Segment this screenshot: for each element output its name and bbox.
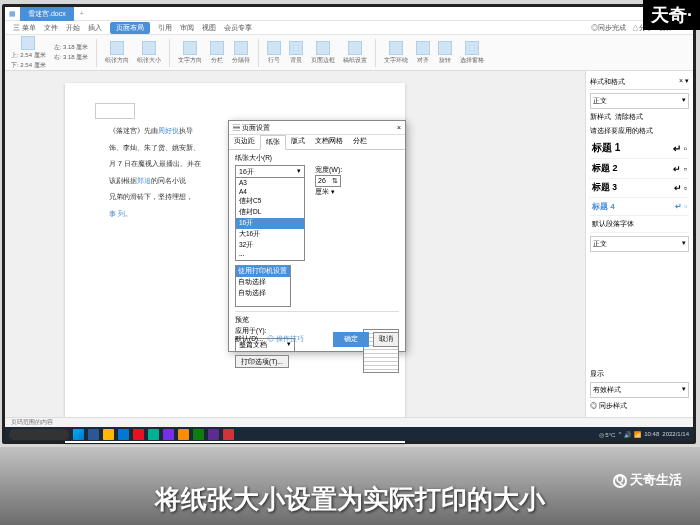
menu-button[interactable]: 三 菜单 [13, 23, 36, 33]
manuscript-button[interactable]: 稿纸设置 [343, 41, 367, 65]
dlg-tab-grid[interactable]: 文档网格 [310, 135, 348, 149]
style-heading-3[interactable]: 标题 3↵ ▫ [590, 179, 689, 198]
document-tab[interactable]: 雪迷宫.docx [20, 7, 74, 21]
line-numbers-button[interactable]: 行号 [267, 41, 281, 65]
taskbar-search[interactable] [9, 429, 69, 440]
new-tab-button[interactable]: + [80, 10, 84, 17]
smart-tag-icon[interactable] [95, 103, 135, 119]
tray-icon[interactable]: 📶 [634, 431, 641, 438]
paper-option[interactable]: A4 [236, 187, 304, 196]
taskbar-app-icon[interactable] [103, 429, 114, 440]
style-heading-2[interactable]: 标题 2↵ ▫ [590, 159, 689, 179]
style-heading-1[interactable]: 标题 1↵ ▫ [590, 138, 689, 159]
dlg-tab-margins[interactable]: 页边距 [229, 135, 260, 149]
hyperlink[interactable]: 郑追 [137, 177, 151, 184]
paper-size-dropdown[interactable]: 16开▾ A3 A4 信封C5 信封DL 16开 大16开 32开 ··· [235, 165, 305, 197]
taskbar-app-icon[interactable] [193, 429, 204, 440]
tab-view[interactable]: 视图 [202, 23, 216, 33]
taskbar-app-icon[interactable] [223, 429, 234, 440]
print-options-button[interactable]: 打印选项(T)... [235, 355, 289, 368]
text-direction-button[interactable]: 文字方向 [178, 41, 202, 65]
background-button[interactable]: 背景 [289, 41, 303, 65]
taskbar-app-icon[interactable] [163, 429, 174, 440]
tab-insert[interactable]: 插入 [88, 23, 102, 33]
sync-status[interactable]: ◎同步完成 [591, 23, 626, 33]
paper-option[interactable]: 32开 [236, 240, 304, 251]
start-button[interactable] [73, 429, 84, 440]
rotate-button[interactable]: 旋转 [438, 41, 452, 65]
styles-panel: 样式和格式× ▾ 正文▾ 新样式 清除格式 请选择要应用的格式 标题 1↵ ▫ … [585, 71, 693, 427]
show-label: 显示 [590, 369, 689, 379]
paper-option-selected[interactable]: 16开 [236, 218, 304, 229]
breaks-button[interactable]: 分隔符 [232, 41, 250, 65]
tab-page-layout[interactable]: 页面布局 [110, 22, 150, 34]
sync-styles-link[interactable]: ◎ 同步样式 [590, 401, 689, 411]
breaks-icon [234, 41, 248, 55]
body-style-item[interactable]: 正文▾ [590, 236, 689, 252]
hyperlink[interactable]: 周好悦 [158, 127, 179, 134]
weather-widget[interactable]: ◎ 5°C [599, 431, 616, 438]
current-style-dropdown[interactable]: 正文▾ [590, 93, 689, 109]
dlg-tab-paper[interactable]: 纸张 [260, 135, 286, 150]
ok-button[interactable]: 确定 [333, 332, 369, 347]
ribbon-tab-row: 三 菜单 文件 开始 插入 页面布局 引用 审阅 视图 会员专享 ◎同步完成 △… [5, 21, 693, 35]
orientation-button[interactable]: 纸张方向 [105, 41, 129, 65]
ribbon-toolbar: 上: 2.54 厘米 下: 2.54 厘米 左: 3.18 厘米 右: 3.18… [5, 35, 693, 71]
preview-label: 预览 [235, 316, 399, 325]
paper-option[interactable]: 大16开 [236, 229, 304, 240]
align-button[interactable]: 对齐 [416, 41, 430, 65]
unit-dropdown[interactable]: 厘米 ▾ [315, 188, 335, 195]
margin-bottom-value: 下: 2.54 厘米 [11, 61, 46, 70]
tray-icon[interactable]: 🔊 [624, 431, 631, 438]
dialog-close-button[interactable]: × [397, 124, 401, 131]
paper-option[interactable]: 信封C5 [236, 196, 304, 207]
list-item[interactable]: 使用打印机设置 [236, 266, 290, 277]
list-item[interactable]: 自动选择 [236, 288, 290, 299]
paper-option[interactable]: ··· [236, 251, 304, 260]
width-spinner[interactable]: 26⇅ [315, 175, 341, 187]
wrap-button[interactable]: 文字环绕 [384, 41, 408, 65]
paper-size-options: A3 A4 信封C5 信封DL 16开 大16开 32开 ··· [235, 177, 305, 261]
page-border-button[interactable]: 页面边框 [311, 41, 335, 65]
default-button[interactable]: 默认(D)... [235, 335, 263, 344]
columns-button[interactable]: 分栏 [210, 41, 224, 65]
new-style-button[interactable]: 新样式 [590, 112, 611, 122]
dlg-tab-layout[interactable]: 版式 [286, 135, 310, 149]
styles-panel-close[interactable]: × ▾ [679, 77, 689, 87]
clock-date[interactable]: 2022/1/14 [662, 431, 689, 437]
tab-home[interactable]: 开始 [66, 23, 80, 33]
clock-time[interactable]: 10:48 [644, 431, 659, 437]
hyperlink[interactable]: 事 列 [109, 210, 125, 217]
selection-pane-button[interactable]: 选择窗格 [460, 41, 484, 65]
paper-option[interactable]: A3 [236, 178, 304, 187]
tab-references[interactable]: 引用 [158, 23, 172, 33]
first-page-listbox[interactable]: 使用打印机设置 自动选择 自动选择 [235, 265, 291, 307]
style-default-font[interactable]: 默认段落字体 [590, 216, 689, 233]
spinner-arrows-icon[interactable]: ⇅ [332, 177, 338, 185]
paper-size-button[interactable]: 纸张大小 [137, 41, 161, 65]
taskbar-app-icon[interactable] [118, 429, 129, 440]
list-item[interactable]: 自动选择 [236, 277, 290, 288]
taskbar-app-icon[interactable] [178, 429, 189, 440]
clear-format-button[interactable]: 清除格式 [615, 112, 643, 122]
tray-icon[interactable]: ^ [618, 431, 621, 437]
taskbar-app-icon[interactable] [88, 429, 99, 440]
margins-lr: 左: 3.18 厘米 右: 3.18 厘米 [54, 43, 89, 62]
tab-review[interactable]: 审阅 [180, 23, 194, 33]
margins-group[interactable]: 上: 2.54 厘米 下: 2.54 厘米 [11, 36, 46, 70]
taskbar-app-icon[interactable] [148, 429, 159, 440]
show-filter-dropdown[interactable]: 有效样式▾ [590, 382, 689, 398]
paper-option[interactable]: 信封DL [236, 207, 304, 218]
status-left: 页码范围的内容 [11, 418, 53, 427]
brand-corner: 天奇· [643, 0, 700, 30]
system-tray: ◎ 5°C ^ 🔊 📶 10:48 2022/1/14 [599, 431, 689, 438]
cancel-button[interactable]: 取消 [373, 332, 399, 347]
taskbar-app-icon[interactable] [133, 429, 144, 440]
page-border-label: 页面边框 [311, 56, 335, 65]
dlg-tab-columns[interactable]: 分栏 [348, 135, 372, 149]
tab-file[interactable]: 文件 [44, 23, 58, 33]
tab-premium[interactable]: 会员专享 [224, 23, 252, 33]
tips-link[interactable]: ◎ 操作技巧 [267, 335, 304, 344]
taskbar-app-icon[interactable] [208, 429, 219, 440]
style-heading-4[interactable]: 标题 4↵ ▫ [590, 198, 689, 216]
